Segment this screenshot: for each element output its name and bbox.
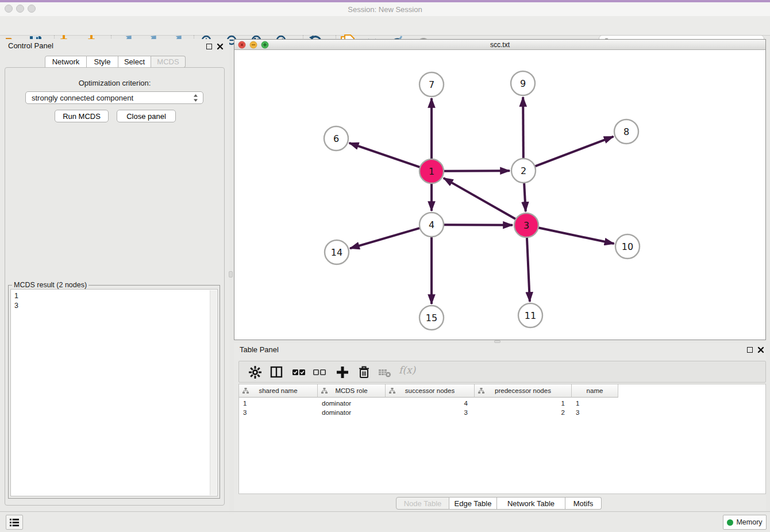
graph-edge-3-1[interactable]	[444, 178, 516, 219]
tab-style[interactable]: Style	[87, 56, 118, 68]
graph-edge-2-9[interactable]	[523, 97, 523, 159]
delete-column-icon[interactable]	[357, 365, 371, 379]
float-panel-icon[interactable]	[206, 44, 212, 49]
table-toolbar: f(x)	[238, 361, 766, 383]
graph-edge-3-10[interactable]	[538, 228, 614, 244]
float-table-panel-icon[interactable]	[747, 347, 753, 353]
graph-node-15[interactable]: 15	[419, 306, 444, 330]
graph-edge-4-14[interactable]	[350, 228, 420, 248]
graph-node-label: 14	[331, 247, 342, 258]
main-toolbar	[0, 16, 770, 36]
add-column-icon[interactable]	[336, 365, 349, 379]
attribute-type-icon	[321, 388, 328, 394]
gear-icon[interactable]	[248, 365, 262, 379]
cell-successor-nodes[interactable]: 3	[386, 408, 475, 417]
graph-node-11[interactable]: 11	[518, 303, 542, 327]
control-panel-tabs: Network Style Select MCDS	[45, 56, 186, 68]
graph-edge-1-2[interactable]	[444, 171, 510, 171]
deselect-all-columns-icon[interactable]	[313, 365, 326, 379]
optimization-criterion-label: Optimization criterion:	[0, 79, 229, 87]
graph-node-label: 2	[521, 165, 526, 176]
vertical-splitter-handle[interactable]	[229, 271, 233, 277]
column-browser-icon[interactable]	[270, 365, 283, 379]
table-header-row: shared name MCDS role successor nodes pr…	[239, 384, 618, 398]
status-bar: Memory	[0, 511, 770, 532]
memory-button[interactable]: Memory	[723, 515, 767, 530]
graph-node-3[interactable]: 3	[514, 213, 538, 237]
attribute-type-icon	[478, 388, 484, 394]
column-header-shared-name[interactable]: shared name	[239, 384, 318, 398]
graph-node-label: 10	[622, 241, 633, 252]
mcds-result-textarea[interactable]: 1 3	[10, 289, 218, 496]
cell-successor-nodes[interactable]: 4	[386, 399, 475, 408]
function-builder-icon[interactable]: f(x)	[399, 364, 415, 376]
tab-node-table[interactable]: Node Table	[396, 497, 449, 510]
close-panel-button[interactable]: Close panel	[117, 110, 176, 122]
graph-edge-4-3[interactable]	[444, 225, 513, 225]
column-header-predecessor-nodes[interactable]: predecessor nodes	[475, 384, 572, 398]
table-row[interactable]: 3 dominator 3 2 3	[239, 408, 618, 417]
close-panel-icon[interactable]	[217, 43, 224, 50]
network-canvas[interactable]: 7968124314101511	[234, 50, 765, 340]
mcds-result-line: 1	[14, 291, 217, 301]
graph-edge-2-3[interactable]	[524, 183, 526, 211]
memory-status-icon	[727, 519, 733, 526]
delete-table-icon[interactable]	[378, 365, 392, 379]
table-panel: Table Panel	[234, 343, 766, 511]
graph-node-8[interactable]: 8	[614, 119, 638, 144]
graph-edge-2-8[interactable]	[535, 137, 614, 167]
select-all-columns-icon[interactable]	[292, 365, 306, 379]
cell-shared-name[interactable]: 3	[239, 408, 318, 417]
graph-edge-1-6[interactable]	[349, 143, 420, 167]
tab-edge-table[interactable]: Edge Table	[449, 497, 497, 510]
graph-node-label: 4	[429, 219, 434, 230]
attribute-type-icon	[242, 388, 249, 394]
cell-name[interactable]: 1	[572, 399, 618, 408]
graph-node-10[interactable]: 10	[615, 234, 640, 259]
cell-predecessor-nodes[interactable]: 1	[475, 399, 572, 408]
control-panel: Control Panel Network Style Select MCDS …	[0, 39, 229, 511]
run-mcds-button[interactable]: Run MCDS	[55, 110, 109, 122]
graph-node-9[interactable]: 9	[511, 71, 535, 95]
close-table-panel-icon[interactable]	[757, 346, 764, 353]
graph-node-label: 3	[523, 220, 529, 231]
cell-mcds-role[interactable]: dominator	[318, 399, 386, 408]
column-header-successor-nodes[interactable]: successor nodes	[386, 384, 475, 398]
table-panel-title: Table Panel	[240, 345, 279, 354]
dropdown-stepper-icon	[193, 94, 198, 102]
tab-network-table[interactable]: Network Table	[497, 497, 565, 510]
graph-node-14[interactable]: 14	[325, 240, 349, 264]
tab-network[interactable]: Network	[45, 56, 87, 68]
graph-node-1[interactable]: 1	[419, 159, 444, 183]
graph-node-7[interactable]: 7	[419, 72, 444, 97]
cell-mcds-role[interactable]: dominator	[318, 408, 386, 417]
app-title: Session: New Session	[0, 5, 770, 14]
cell-shared-name[interactable]: 1	[239, 399, 318, 408]
graph-edge-3-11[interactable]	[527, 237, 530, 302]
table-row[interactable]: 1 dominator 4 1 1	[239, 399, 618, 408]
mcds-result-title: MCDS result (2 nodes)	[12, 281, 88, 289]
app-titlebar: Session: New Session	[0, 2, 770, 16]
result-scrollbar[interactable]	[210, 290, 217, 495]
control-panel-title: Control Panel	[8, 41, 53, 50]
tab-motifs[interactable]: Motifs	[565, 497, 602, 510]
network-window-titlebar[interactable]: scc.txt	[234, 40, 765, 50]
criterion-dropdown[interactable]: strongly connected component	[25, 91, 203, 104]
table-panel-tabs: Node Table Edge Table Network Table Moti…	[396, 497, 602, 510]
graph-node-2[interactable]: 2	[511, 159, 536, 183]
cell-name[interactable]: 3	[572, 408, 618, 417]
graph-node-6[interactable]: 6	[324, 126, 348, 151]
tab-select[interactable]: Select	[118, 56, 151, 68]
graph-svg: 7968124314101511	[234, 50, 765, 340]
mcds-result-group: MCDS result (2 nodes) 1 3	[8, 285, 220, 499]
graph-node-label: 6	[333, 133, 339, 144]
column-header-name[interactable]: name	[572, 384, 618, 398]
graph-node-4[interactable]: 4	[419, 213, 444, 237]
task-history-button[interactable]	[6, 515, 23, 530]
attribute-type-icon	[389, 388, 395, 394]
criterion-selected-value: strongly connected component	[32, 94, 193, 102]
column-header-mcds-role[interactable]: MCDS role	[318, 384, 386, 398]
cell-predecessor-nodes[interactable]: 2	[475, 408, 572, 417]
mcds-result-line: 3	[14, 301, 217, 311]
tab-mcds[interactable]: MCDS	[151, 56, 186, 68]
